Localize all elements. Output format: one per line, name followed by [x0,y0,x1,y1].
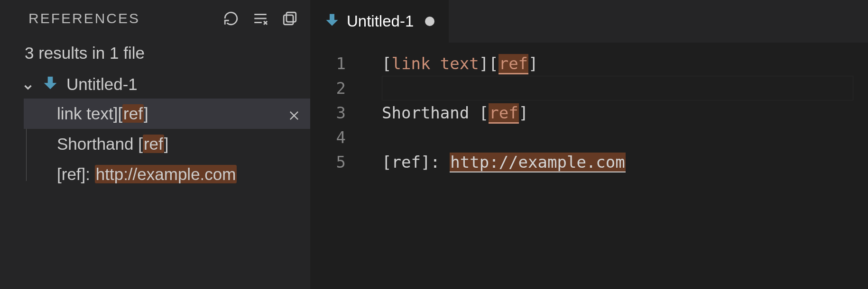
svg-rect-6 [284,15,293,25]
line-gutter: 12345 [311,51,359,174]
token-bracket: ] [528,54,538,73]
clear-list-icon[interactable] [252,10,268,27]
result-item-text: link text][ref] [57,104,287,123]
references-header: REFERENCES [0,0,310,35]
collapse-all-icon[interactable] [282,10,298,27]
result-item-text: [ref]: http://example.com [57,165,301,184]
code-area[interactable]: 12345 [link text][ref]Shorthand [ref][re… [311,43,868,174]
editor-tab[interactable]: Untitled-1 [311,0,449,43]
code-content[interactable]: [link text][ref]Shorthand [ref][ref]: ht… [359,51,868,174]
token-bracket: [ [382,54,391,73]
references-panel: REFERENCES 3 results in 1 fi [0,0,311,289]
token-bracket: [ [479,103,489,122]
references-title: REFERENCES [28,10,140,27]
arrow-down-file-icon [325,13,339,30]
line-number: 5 [336,150,346,174]
result-item-text: Shorthand [ref] [57,135,301,154]
token-url: http://example.com [450,153,625,172]
result-match-highlight: ref [122,104,144,123]
tab-title: Untitled-1 [347,12,414,30]
references-actions [223,10,298,27]
result-match-highlight: http://example.com [95,165,237,183]
token-ref-highlight: ref [489,103,518,124]
token-bracket: ] [519,103,528,122]
line-number: 1 [336,51,346,76]
svg-rect-5 [286,12,296,22]
result-file-row[interactable]: Untitled-1 [0,72,310,99]
code-line[interactable]: [link text][ref] [382,51,868,76]
tab-bar: Untitled-1 [311,0,868,43]
dirty-indicator-icon[interactable] [425,17,434,26]
arrow-down-file-icon [43,75,58,93]
code-line[interactable] [382,125,868,150]
line-number: 4 [336,125,346,150]
refresh-icon[interactable] [223,10,239,27]
dismiss-result-icon[interactable] [287,107,301,120]
results-summary: 3 results in 1 file [0,35,310,72]
token-plain: Shorthand [382,103,479,122]
code-line[interactable]: Shorthand [ref] [382,100,868,125]
result-item[interactable]: Shorthand [ref] [24,129,310,159]
chevron-down-icon[interactable] [22,78,34,90]
result-items: link text][ref]Shorthand [ref][ref]: htt… [0,99,310,190]
result-match-highlight: ref [143,135,164,153]
results-tree: Untitled-1 link text][ref]Shorthand [ref… [0,72,310,190]
code-line[interactable]: [ref]: http://example.com [382,150,868,174]
line-number: 2 [336,76,346,100]
token-plain: [ref]: [382,153,450,172]
app-root: REFERENCES 3 results in 1 fi [0,0,868,289]
token-linktext: link text [391,54,479,73]
code-line[interactable] [382,76,853,100]
token-bracket: ][ [479,54,499,73]
result-item[interactable]: link text][ref] [24,99,310,129]
token-ref-highlight: ref [499,54,528,74]
result-file-name: Untitled-1 [66,75,138,94]
line-number: 3 [336,100,346,125]
result-item[interactable]: [ref]: http://example.com [24,159,310,190]
editor-area: Untitled-1 12345 [link text][ref]Shortha… [311,0,868,289]
